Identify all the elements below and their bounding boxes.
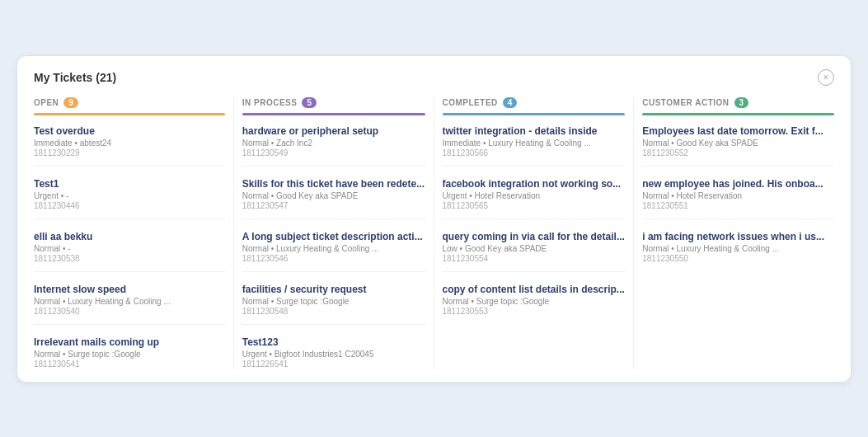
ticket-title: Skills for this ticket have been redete.… [242, 178, 425, 190]
ticket-id: 1811230229 [34, 148, 225, 157]
ticket-meta: Normal • Hotel Reservation [642, 191, 834, 200]
ticket-item[interactable]: A long subject ticket description acti..… [242, 231, 425, 272]
ticket-id: 1811230547 [242, 201, 425, 210]
panel-header: My Tickets (21) × [34, 69, 834, 86]
ticket-meta: Normal • Luxury Heating & Cooling ... [242, 244, 425, 253]
ticket-meta: Normal • Luxury Heating & Cooling ... [642, 244, 834, 253]
ticket-meta: Normal • Surge topic :Google [443, 297, 626, 306]
col-badge-customeraction: 3 [734, 97, 749, 108]
col-header-open: OPEN9 [34, 97, 225, 108]
ticket-id: 1811230540 [34, 307, 225, 316]
column-customeraction: CUSTOMER ACTION3Employees last date tomo… [634, 97, 834, 369]
ticket-item[interactable]: i am facing network issues when i us...N… [642, 231, 834, 263]
ticket-id: 1811230552 [642, 148, 834, 157]
ticket-item[interactable]: Irrelevant mails coming upNormal • Surge… [34, 336, 225, 369]
col-badge-open: 9 [63, 97, 78, 108]
col-bar-customeraction [642, 113, 834, 115]
ticket-id: 1811226541 [242, 359, 425, 369]
ticket-title: Irrelevant mails coming up [34, 336, 225, 348]
ticket-meta: Urgent • Hotel Reservation [443, 191, 626, 200]
ticket-id: 1811230566 [443, 148, 626, 157]
ticket-id: 1811230553 [443, 307, 626, 316]
ticket-id: 1811230538 [34, 254, 225, 263]
ticket-title: facebook integration not working so... [443, 178, 626, 190]
col-title-customeraction: CUSTOMER ACTION [642, 98, 729, 107]
ticket-title: Test overdue [34, 125, 225, 137]
ticket-id: 1811230565 [443, 201, 626, 210]
ticket-item[interactable]: Test123Urgent • Bigfoot Industries1 C200… [242, 336, 425, 369]
ticket-meta: Normal • Good Key aka SPADE [642, 139, 834, 148]
ticket-item[interactable]: elli aa bekkuNormal • -1811230538 [34, 231, 225, 272]
col-badge-completed: 4 [503, 97, 518, 108]
ticket-title: query coming in via call for the detail.… [443, 231, 626, 242]
ticket-item[interactable]: copy of content list details in descrip.… [443, 284, 626, 316]
ticket-meta: Normal • Luxury Heating & Cooling ... [34, 297, 225, 306]
ticket-meta: Normal • Zach Inc2 [242, 139, 425, 148]
ticket-id: 1811230554 [443, 254, 626, 263]
ticket-item[interactable]: facebook integration not working so...Ur… [443, 178, 626, 219]
column-inprocess: IN PROCESS5hardware or peripheral setupN… [234, 97, 434, 369]
ticket-title: Internet slow speed [34, 284, 225, 295]
panel-title: My Tickets (21) [34, 71, 116, 84]
ticket-meta: Low • Good Key aka SPADE [443, 244, 626, 253]
ticket-title: A long subject ticket description acti..… [242, 231, 425, 242]
ticket-title: Employees last date tomorrow. Exit f... [642, 125, 834, 137]
col-bar-completed [443, 113, 626, 115]
col-bar-inprocess [242, 113, 425, 115]
ticket-item[interactable]: Test1Urgent • -1811230446 [34, 178, 225, 219]
ticket-title: hardware or peripheral setup [242, 125, 425, 137]
close-button[interactable]: × [818, 69, 834, 86]
ticket-id: 1811230541 [34, 359, 225, 369]
ticket-meta: Urgent • - [34, 191, 225, 200]
col-header-customeraction: CUSTOMER ACTION3 [642, 97, 834, 108]
ticket-title: facilities / security request [242, 284, 425, 295]
ticket-id: 1811230548 [242, 307, 425, 316]
col-header-inprocess: IN PROCESS5 [242, 97, 425, 108]
ticket-meta: Immediate • Luxury Heating & Cooling ... [443, 139, 626, 148]
ticket-item[interactable]: Skills for this ticket have been redete.… [242, 178, 425, 219]
ticket-title: twitter integration - details inside [443, 125, 626, 137]
ticket-id: 1811230549 [242, 148, 425, 157]
ticket-title: Test123 [242, 336, 425, 348]
ticket-item[interactable]: facilities / security requestNormal • Su… [242, 284, 425, 325]
ticket-meta: Normal • Good Key aka SPADE [242, 191, 425, 200]
ticket-id: 1811230546 [242, 254, 425, 263]
ticket-item[interactable]: hardware or peripheral setupNormal • Zac… [242, 125, 425, 167]
col-badge-inprocess: 5 [302, 97, 317, 108]
ticket-item[interactable]: Test overdueImmediate • abtest2418112302… [34, 125, 225, 167]
ticket-meta: Immediate • abtest24 [34, 139, 225, 148]
ticket-meta: Normal • Surge topic :Google [34, 350, 225, 359]
column-open: OPEN9Test overdueImmediate • abtest24181… [34, 97, 234, 369]
ticket-id: 1811230446 [34, 201, 225, 210]
ticket-meta: Normal • Surge topic :Google [242, 297, 425, 306]
col-title-completed: COMPLETED [443, 98, 498, 107]
col-bar-open [34, 113, 225, 115]
ticket-title: i am facing network issues when i us... [642, 231, 834, 242]
ticket-title: Test1 [34, 178, 225, 190]
tickets-panel: My Tickets (21) × OPEN9Test overdueImmed… [16, 55, 852, 383]
column-completed: COMPLETED4twitter integration - details … [434, 97, 635, 369]
col-title-open: OPEN [34, 98, 59, 107]
ticket-title: elli aa bekku [34, 231, 225, 242]
ticket-item[interactable]: query coming in via call for the detail.… [443, 231, 626, 272]
ticket-id: 1811230551 [642, 201, 834, 210]
ticket-id: 1811230550 [642, 254, 834, 263]
col-title-inprocess: IN PROCESS [242, 98, 298, 107]
columns-grid: OPEN9Test overdueImmediate • abtest24181… [34, 97, 834, 369]
ticket-item[interactable]: Internet slow speedNormal • Luxury Heati… [34, 284, 225, 325]
ticket-title: new employee has joined. His onboa... [642, 178, 834, 190]
col-header-completed: COMPLETED4 [443, 97, 626, 108]
ticket-meta: Urgent • Bigfoot Industries1 C20045 [242, 350, 425, 359]
ticket-meta: Normal • - [34, 244, 225, 253]
ticket-title: copy of content list details in descrip.… [443, 284, 626, 295]
ticket-item[interactable]: twitter integration - details insideImme… [443, 125, 626, 167]
ticket-item[interactable]: Employees last date tomorrow. Exit f...N… [642, 125, 834, 167]
ticket-item[interactable]: new employee has joined. His onboa...Nor… [642, 178, 834, 219]
